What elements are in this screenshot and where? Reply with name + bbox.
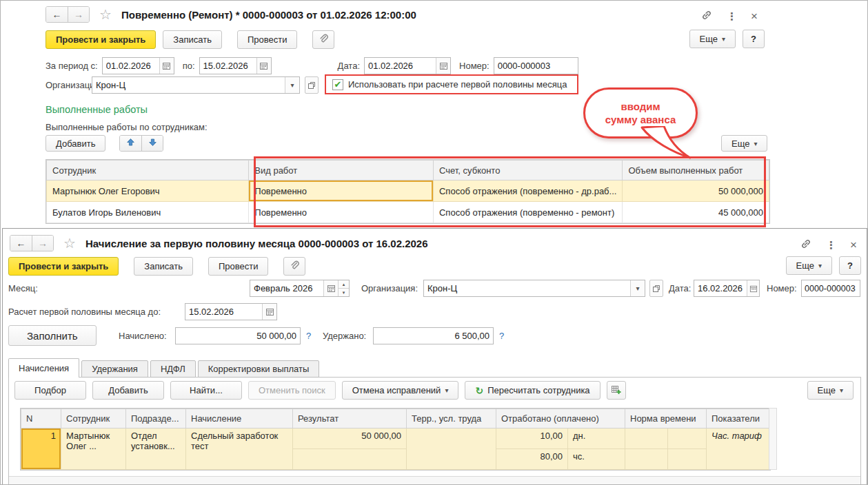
cell-norm-4[interactable] — [668, 449, 707, 470]
organization-input[interactable] — [424, 280, 630, 296]
cell-employee[interactable]: Мартынюк Олег ... — [61, 429, 126, 470]
cell-result-2[interactable] — [293, 449, 407, 470]
calendar-icon[interactable] — [159, 58, 174, 74]
cell-account[interactable]: Способ отражения (повременно - ремонт) — [433, 202, 622, 223]
attachments-button[interactable] — [283, 257, 305, 276]
number-input[interactable] — [494, 58, 578, 74]
get-link-icon[interactable] — [800, 238, 812, 251]
more-menu-icon[interactable]: ⋮ — [727, 11, 737, 21]
find-button[interactable]: Найти... — [170, 381, 242, 400]
number-label: Номер: — [459, 61, 489, 71]
favorite-star-icon[interactable]: ☆ — [63, 236, 76, 250]
table-more-button[interactable]: Еще ▾ — [807, 381, 854, 400]
cell-account[interactable]: Способ отражения (повременно - др.раб... — [433, 180, 622, 202]
recalc-employee-button[interactable]: ↻ Пересчитать сотрудника — [465, 381, 600, 400]
cell-norm-2[interactable] — [668, 429, 707, 449]
period-to-input[interactable] — [200, 58, 256, 74]
pick-button[interactable]: Подбор — [14, 381, 86, 400]
stepper-up-button[interactable]: ▴ — [339, 280, 349, 288]
get-link-icon[interactable] — [700, 9, 713, 23]
cell-norm-1[interactable] — [625, 429, 668, 449]
add-column-button[interactable] — [607, 381, 626, 400]
attachments-button[interactable] — [312, 30, 334, 49]
table-more-button[interactable]: Еще ▾ — [721, 135, 767, 152]
cell-worked-hours[interactable]: 80,00 — [496, 449, 568, 470]
cell-accrual[interactable]: Сдельный заработок тест — [186, 429, 293, 470]
withheld-input[interactable] — [374, 328, 493, 344]
more-menu-icon[interactable]: ⋮ — [826, 240, 836, 250]
withheld-hint-link[interactable]: ? — [499, 331, 504, 341]
chevron-down-icon[interactable]: ▾ — [285, 77, 299, 93]
organization-input[interactable] — [92, 77, 285, 93]
works-table-row[interactable]: Мартынюк Олег Егорович Повременно Способ… — [47, 180, 769, 202]
cell-worked-days-unit[interactable]: дн. — [568, 429, 625, 449]
vertical-scrollbar[interactable] — [769, 408, 777, 470]
post-button[interactable]: Провести — [208, 257, 269, 276]
accrued-hint-link[interactable]: ? — [306, 331, 311, 341]
help-button[interactable]: ? — [743, 30, 765, 48]
tab-ndfl[interactable]: НДФЛ — [150, 360, 196, 378]
cell-volume[interactable]: 50 000,000 — [623, 180, 769, 202]
back-button[interactable]: ← — [46, 7, 68, 22]
calendar-icon[interactable] — [262, 304, 276, 320]
cell-worked-hours-unit[interactable]: чс. — [568, 449, 625, 470]
calendar-icon[interactable] — [256, 58, 271, 74]
close-icon[interactable]: × — [850, 239, 857, 251]
cell-indicator[interactable]: Час. тариф — [707, 429, 770, 470]
add-row-button[interactable]: Добавить — [92, 381, 164, 400]
tab-deductions[interactable]: Удержания — [81, 360, 148, 378]
open-object-button[interactable] — [649, 280, 663, 297]
cell-work-type[interactable]: Повременно — [249, 202, 434, 223]
period-from-input[interactable] — [103, 58, 159, 74]
forward-button[interactable]: → — [68, 7, 89, 22]
move-down-button[interactable] — [141, 136, 163, 151]
move-up-button[interactable] — [120, 136, 141, 151]
more-button[interactable]: Еще ▾ — [689, 30, 736, 48]
tab-accruals[interactable]: Начисления — [8, 358, 79, 378]
open-object-button[interactable] — [305, 76, 319, 94]
calendar-icon[interactable] — [323, 280, 338, 296]
write-button[interactable]: Записать — [163, 30, 222, 49]
post-and-close-button[interactable]: Провести и закрыть — [8, 257, 119, 276]
cancel-search-button[interactable]: Отменить поиск — [248, 381, 336, 400]
accrued-input[interactable] — [176, 328, 300, 344]
cell-norm-3[interactable] — [625, 449, 668, 470]
cell-worked-days[interactable]: 10,00 — [496, 429, 568, 449]
number-input[interactable] — [802, 280, 860, 296]
cell-result[interactable]: 50 000,00 — [293, 429, 407, 449]
stepper-down-button[interactable]: ▾ — [339, 288, 349, 296]
date-input[interactable] — [694, 280, 747, 296]
cell-employee[interactable]: Булатов Игорь Виленович — [47, 202, 249, 223]
back-button[interactable]: ← — [10, 236, 32, 251]
cell-department[interactable]: Отдел установк... — [126, 429, 186, 470]
month-input[interactable] — [250, 280, 323, 296]
calc-until-input[interactable] — [185, 304, 262, 320]
cell-work-type-selected[interactable]: Повременно — [249, 180, 434, 202]
favorite-star-icon[interactable]: ☆ — [99, 8, 112, 21]
accruals-table-row[interactable]: 1 Мартынюк Олег ... Отдел установк... Сд… — [21, 429, 770, 449]
callout-line1: вводим — [620, 100, 660, 113]
calendar-icon[interactable] — [436, 58, 450, 74]
cell-employee[interactable]: Мартынюк Олег Егорович — [47, 180, 249, 202]
post-and-close-button[interactable]: Провести и закрыть — [46, 30, 156, 49]
help-button[interactable]: ? — [839, 256, 861, 275]
fill-button[interactable]: Заполнить — [8, 325, 97, 346]
forward-button[interactable]: → — [32, 236, 53, 251]
chevron-down-icon[interactable]: ▾ — [630, 280, 645, 296]
works-table-row[interactable]: Булатов Игорь Виленович Повременно Спосо… — [47, 202, 769, 223]
cell-volume[interactable]: 45 000,000 — [623, 202, 769, 223]
undo-corrections-button[interactable]: Отмена исправлений ▾ — [342, 381, 459, 400]
more-button[interactable]: Еще ▾ — [786, 256, 832, 275]
write-button[interactable]: Записать — [134, 257, 193, 276]
date-input[interactable] — [365, 58, 436, 74]
first-half-checkbox[interactable]: ✔ — [332, 79, 343, 90]
horizontal-scrollbar[interactable] — [9, 476, 860, 485]
accruals-panel: Подбор Добавить Найти... Отменить поиск … — [8, 377, 861, 485]
calendar-icon[interactable] — [747, 280, 759, 296]
cell-territory[interactable] — [407, 429, 496, 470]
cell-n-selected[interactable]: 1 — [21, 429, 61, 470]
close-icon[interactable]: × — [751, 10, 758, 22]
add-row-button[interactable]: Добавить — [46, 135, 105, 152]
post-button[interactable]: Провести — [237, 30, 298, 49]
tab-payment-corrections[interactable]: Корректировки выплаты — [198, 360, 320, 378]
